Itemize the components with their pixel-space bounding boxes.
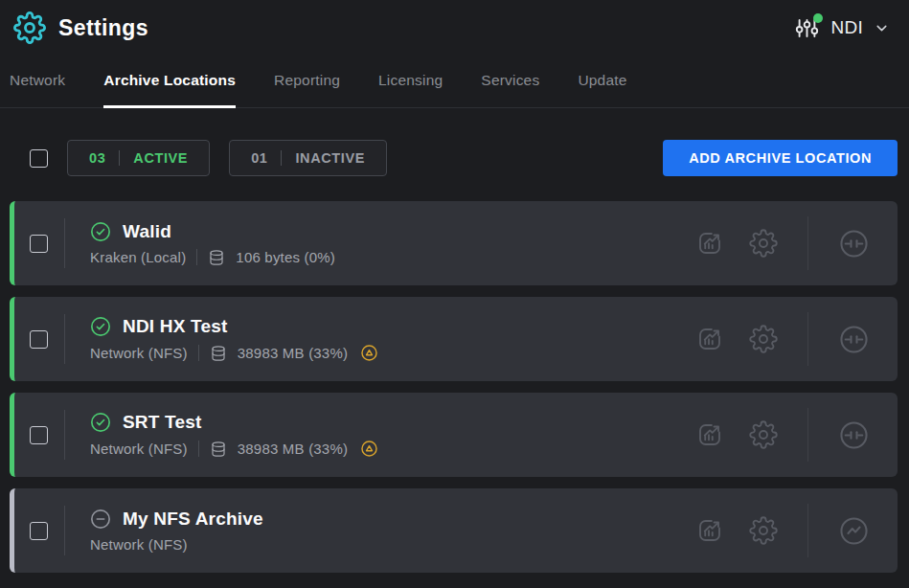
workspace-selector[interactable]: NDI: [794, 15, 890, 41]
divider: [64, 218, 65, 268]
warning-icon: [360, 344, 378, 362]
inactive-filter-button[interactable]: 01 INACTIVE: [229, 140, 387, 176]
stats-chart-icon[interactable]: [695, 420, 724, 449]
archive-name: Walid: [123, 221, 171, 242]
divider: [807, 216, 808, 270]
row-actions: [695, 408, 870, 462]
settings-gear-icon[interactable]: [749, 420, 778, 449]
archive-location: Network (NFS): [90, 345, 188, 361]
stats-chart-icon[interactable]: [695, 516, 724, 545]
divider: [198, 345, 199, 361]
database-icon: [210, 345, 227, 362]
divider: [196, 249, 197, 265]
archive-location: Network (NFS): [90, 536, 188, 553]
row-actions: [695, 216, 870, 270]
active-count: 03: [89, 150, 105, 166]
archive-name: NDI HX Test: [123, 316, 228, 337]
divider: [64, 410, 65, 460]
active-status-icon: [90, 412, 111, 433]
divider: [807, 408, 808, 462]
row-checkbox[interactable]: [30, 330, 48, 349]
row-actions: [695, 504, 870, 557]
archive-row-walid: Walid Kraken (Local) 106 bytes (0%): [10, 201, 898, 285]
tab-licensing[interactable]: Licensing: [378, 56, 443, 107]
warning-icon: [360, 440, 378, 458]
database-icon: [210, 441, 227, 458]
settings-gear-icon[interactable]: [749, 229, 778, 258]
settings-tabbar: Network Archive Locations Reporting Lice…: [0, 56, 909, 108]
status-dot: [813, 13, 823, 23]
inactive-filter-label: INACTIVE: [295, 150, 364, 166]
divider: [64, 506, 65, 555]
stats-chart-icon[interactable]: [695, 229, 724, 258]
archive-row-ndi-hx-test: NDI HX Test Network (NFS) 38983 MB (33%): [10, 297, 898, 381]
active-filter-label: ACTIVE: [133, 150, 188, 166]
archive-info: NDI HX Test Network (NFS) 38983 MB (33%): [90, 316, 378, 362]
active-filter-button[interactable]: 03 ACTIVE: [67, 140, 210, 176]
divider: [119, 150, 120, 166]
tab-update[interactable]: Update: [578, 56, 626, 107]
chevron-down-icon: [874, 20, 890, 36]
archive-location: Kraken (Local): [90, 249, 186, 265]
stats-chart-icon[interactable]: [695, 325, 724, 353]
active-status-icon: [90, 316, 111, 337]
archive-location: Network (NFS): [90, 441, 188, 457]
archive-info: My NFS Archive Network (NFS): [90, 509, 263, 553]
connect-icon[interactable]: [838, 515, 870, 547]
row-checkbox[interactable]: [30, 235, 48, 253]
row-actions: [695, 312, 870, 366]
archive-row-srt-test: SRT Test Network (NFS) 38983 MB (33%): [10, 393, 898, 477]
archive-info: Walid Kraken (Local) 106 bytes (0%): [90, 221, 335, 266]
divider: [198, 441, 199, 457]
row-checkbox[interactable]: [30, 522, 48, 540]
disconnect-icon[interactable]: [838, 324, 870, 355]
inactive-count: 01: [251, 150, 267, 166]
tab-services[interactable]: Services: [481, 56, 539, 107]
archive-name: My NFS Archive: [123, 509, 263, 530]
settings-gear-icon[interactable]: [749, 516, 778, 545]
workspace-label: NDI: [830, 17, 863, 38]
archive-storage: 38983 MB (33%): [238, 441, 348, 457]
disconnect-icon[interactable]: [838, 228, 870, 260]
archive-row-my-nfs-archive: My NFS Archive Network (NFS): [10, 488, 898, 573]
inactive-status-icon: [90, 509, 111, 530]
divider: [807, 504, 808, 557]
divider: [281, 150, 282, 166]
archive-storage: 38983 MB (33%): [238, 345, 348, 361]
add-archive-location-button[interactable]: ADD ARCHIVE LOCATION: [663, 140, 898, 176]
archive-name: SRT Test: [123, 412, 202, 433]
archive-storage: 106 bytes (0%): [236, 249, 335, 265]
divider: [64, 314, 65, 364]
database-icon: [208, 249, 225, 266]
settings-gear-icon[interactable]: [749, 325, 778, 353]
brand: Settings: [13, 11, 148, 44]
archive-info: SRT Test Network (NFS) 38983 MB (33%): [90, 412, 378, 458]
tab-reporting[interactable]: Reporting: [274, 56, 340, 107]
active-status-icon: [90, 221, 111, 242]
divider: [807, 312, 808, 366]
sliders-icon: [794, 15, 820, 41]
page-title: Settings: [58, 15, 148, 41]
disconnect-icon[interactable]: [838, 419, 870, 451]
tab-network[interactable]: Network: [10, 56, 65, 107]
archive-toolbar: 03 ACTIVE 01 INACTIVE ADD ARCHIVE LOCATI…: [10, 140, 898, 176]
tab-archive-locations[interactable]: Archive Locations: [103, 56, 236, 107]
archive-list: Walid Kraken (Local) 106 bytes (0%): [0, 201, 909, 573]
select-all-checkbox[interactable]: [30, 149, 48, 168]
row-checkbox[interactable]: [30, 426, 48, 444]
app-header: Settings NDI: [0, 0, 909, 56]
settings-gear-icon: [13, 11, 46, 44]
